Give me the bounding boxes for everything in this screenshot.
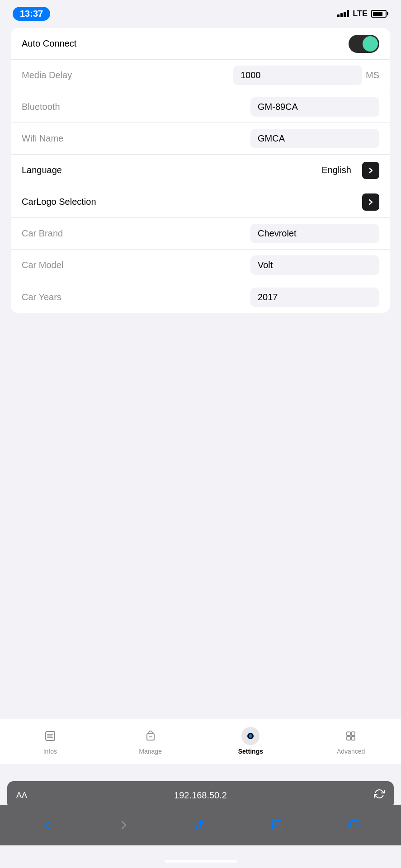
svg-rect-9 — [351, 736, 355, 740]
share-button[interactable] — [194, 819, 207, 831]
auto-connect-row: Auto Connect — [11, 28, 390, 60]
car-years-label: Car Years — [22, 292, 243, 302]
aa-button[interactable]: AA — [16, 791, 27, 800]
settings-card: Auto Connect Media Delay MS Bluetooth Wi… — [11, 28, 390, 313]
wifi-name-label: Wifi Name — [22, 133, 243, 144]
svg-rect-10 — [351, 821, 358, 828]
media-delay-unit: MS — [366, 70, 379, 80]
language-row: Language English — [11, 155, 390, 186]
status-right: LTE — [337, 9, 388, 19]
auto-connect-toggle[interactable] — [349, 35, 379, 53]
language-value: English — [321, 165, 351, 175]
advanced-tab-label: Advanced — [337, 748, 365, 755]
media-delay-input[interactable] — [233, 66, 362, 85]
status-time: 13:37 — [13, 7, 50, 21]
car-years-input[interactable] — [250, 288, 379, 307]
media-delay-input-wrap: MS — [204, 66, 380, 85]
wifi-name-row: Wifi Name — [11, 123, 390, 155]
car-brand-label: Car Brand — [22, 228, 243, 239]
home-indicator — [165, 860, 237, 863]
car-model-row: Car Model — [11, 250, 390, 281]
forward-button[interactable] — [118, 819, 130, 831]
infos-icon — [41, 727, 59, 745]
manage-icon — [142, 727, 160, 745]
svg-rect-6 — [347, 732, 350, 736]
media-delay-row: Media Delay MS — [11, 60, 390, 91]
bluetooth-row: Bluetooth — [11, 91, 390, 123]
battery-icon — [371, 10, 388, 18]
manage-tab-label: Manage — [139, 748, 162, 755]
main-content: Auto Connect Media Delay MS Bluetooth Wi… — [0, 28, 401, 313]
tab-settings[interactable]: Settings — [232, 727, 269, 755]
reload-button[interactable] — [374, 788, 385, 802]
auto-connect-label: Auto Connect — [22, 38, 341, 49]
svg-rect-8 — [347, 736, 350, 740]
tab-bar: Infos Manage Settings Advanced — [0, 719, 401, 764]
language-label: Language — [22, 165, 314, 175]
language-chevron-button[interactable] — [362, 162, 379, 179]
car-brand-row: Car Brand — [11, 218, 390, 250]
tab-advanced[interactable]: Advanced — [333, 727, 369, 755]
settings-icon — [241, 727, 259, 745]
bluetooth-input[interactable] — [250, 97, 379, 117]
car-brand-input[interactable] — [250, 224, 379, 243]
status-bar: 13:37 LTE — [0, 0, 401, 24]
browser-controls — [0, 805, 401, 845]
tab-infos[interactable]: Infos — [32, 727, 68, 755]
bookmarks-button[interactable] — [271, 819, 283, 831]
toggle-knob — [363, 36, 378, 52]
bluetooth-label: Bluetooth — [22, 102, 243, 112]
wifi-name-input[interactable] — [250, 129, 379, 148]
signal-icon — [337, 10, 349, 17]
car-logo-row: CarLogo Selection — [11, 186, 390, 218]
tabs-button[interactable] — [347, 819, 360, 831]
settings-tab-label: Settings — [238, 748, 263, 755]
car-logo-label: CarLogo Selection — [22, 197, 355, 207]
tab-manage[interactable]: Manage — [132, 727, 169, 755]
back-button[interactable] — [41, 819, 54, 831]
infos-tab-label: Infos — [43, 748, 57, 755]
car-model-input[interactable] — [250, 255, 379, 275]
svg-rect-7 — [351, 732, 355, 736]
lte-label: LTE — [353, 9, 368, 19]
url-field[interactable]: 192.168.50.2 — [33, 790, 368, 801]
car-model-label: Car Model — [22, 260, 243, 270]
car-years-row: Car Years — [11, 281, 390, 313]
media-delay-label: Media Delay — [22, 70, 197, 80]
advanced-icon — [342, 727, 360, 745]
car-logo-chevron-button[interactable] — [362, 193, 379, 211]
